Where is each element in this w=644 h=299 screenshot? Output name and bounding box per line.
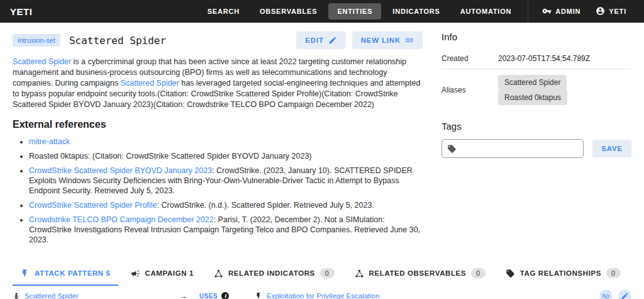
bolt-icon bbox=[20, 269, 30, 278]
reference-link[interactable]: Crowdstrike TELCO BPO Campaign December … bbox=[29, 215, 214, 224]
tab-attack-pattern[interactable]: ATTACK PATTERN 5 bbox=[13, 264, 118, 286]
nav-right: ADMIN YETI bbox=[528, 0, 634, 23]
key-icon bbox=[542, 6, 552, 17]
save-button[interactable]: SAVE bbox=[592, 140, 631, 157]
created-row: Created 2023-07-05T17:54:54.789Z bbox=[441, 48, 631, 69]
created-value: 2023-07-05T17:54:54.789Z bbox=[498, 48, 631, 69]
tab-related-indicators[interactable]: RELATED INDICATORS 0 bbox=[206, 263, 342, 286]
tag-input-container bbox=[441, 139, 584, 158]
entity-link[interactable]: Scattered Spider bbox=[121, 79, 179, 87]
tab-label: RELATED INDICATORS bbox=[228, 269, 315, 277]
target-entity-link[interactable]: Exploitation for Privilege Escalation bbox=[267, 292, 380, 299]
user-label: YETI bbox=[609, 8, 626, 15]
unlink-button[interactable] bbox=[599, 290, 613, 299]
entity-link[interactable]: Scattered Spider bbox=[13, 57, 71, 66]
nav-items: SEARCH OBSERVABLES ENTITIES INDICATORS A… bbox=[197, 0, 522, 23]
admin-label: ADMIN bbox=[555, 8, 580, 15]
nav-item-observables[interactable]: OBSERVABLES bbox=[251, 3, 326, 20]
new-link-button-label: NEW LINK bbox=[361, 37, 401, 44]
graph-icon bbox=[355, 269, 364, 278]
tab-label: CAMPAIGN 1 bbox=[145, 269, 194, 277]
pencil-icon bbox=[621, 292, 629, 299]
external-references-heading: External references bbox=[13, 119, 423, 130]
external-references-list: mitre-attack Roasted 0ktapus: (Citation:… bbox=[13, 137, 423, 245]
bolt-icon bbox=[255, 292, 262, 299]
table-row: Scattered Spider → USES i Exploitation f… bbox=[0, 290, 644, 299]
reference-link[interactable]: mitre-attack bbox=[29, 137, 70, 146]
alias-chip: Scattered Spider bbox=[498, 75, 567, 90]
reference-item: Crowdstrike TELCO BPO Campaign December … bbox=[29, 215, 423, 245]
created-label: Created bbox=[441, 48, 498, 69]
aliases-row: Aliases Scattered Spider Roasted 0ktapus bbox=[441, 69, 631, 111]
app-logo: YETI bbox=[10, 6, 32, 17]
nav-item-automation[interactable]: AUTOMATION bbox=[452, 3, 521, 20]
reference-text: : CrowdStrike. (n.d.). Scattered Spider.… bbox=[157, 201, 374, 210]
tab-label: TAG RELATIONSHIPS bbox=[520, 269, 601, 277]
tab-label: ATTACK PATTERN 5 bbox=[35, 269, 111, 277]
graph-icon bbox=[214, 269, 223, 278]
source-entity-link[interactable]: Scattered Spider bbox=[25, 292, 79, 299]
reference-item: mitre-attack bbox=[29, 137, 423, 147]
reference-item: Roasted 0ktapus: (Citation: CrowdStrike … bbox=[29, 151, 423, 161]
entity-main: intrusion-set Scattered Spider EDIT NEW … bbox=[13, 31, 423, 249]
intrusion-set-icon bbox=[13, 292, 20, 299]
tab-count-badge: 0 bbox=[320, 268, 335, 278]
info-heading: Info bbox=[441, 31, 631, 42]
top-nav: YETI SEARCH OBSERVABLES ENTITIES INDICAT… bbox=[0, 0, 644, 23]
entity-header: intrusion-set Scattered Spider EDIT NEW … bbox=[13, 31, 423, 49]
relation-type-link[interactable]: USES bbox=[199, 293, 218, 299]
megaphone-icon bbox=[131, 269, 140, 278]
aliases-label: Aliases bbox=[441, 69, 498, 111]
reference-text: Roasted 0ktapus: (Citation: CrowdStrike … bbox=[29, 152, 312, 161]
new-link-button[interactable]: NEW LINK bbox=[352, 31, 423, 49]
info-table: Created 2023-07-05T17:54:54.789Z Aliases… bbox=[441, 48, 631, 111]
admin-menu[interactable]: ADMIN bbox=[535, 2, 588, 21]
nav-item-search[interactable]: SEARCH bbox=[199, 3, 248, 20]
nav-item-indicators[interactable]: INDICATORS bbox=[384, 3, 448, 20]
reference-item: CrowdStrike Scattered Spider Profile: Cr… bbox=[29, 200, 423, 210]
tab-campaign[interactable]: CAMPAIGN 1 bbox=[123, 264, 201, 286]
info-panel: Info Created 2023-07-05T17:54:54.789Z Al… bbox=[441, 31, 631, 249]
alias-chip: Roasted 0ktapus bbox=[498, 90, 567, 105]
tab-count-badge: 0 bbox=[471, 268, 486, 278]
tab-tag-relationships[interactable]: TAG RELATIONSHIPS 0 bbox=[498, 263, 628, 286]
reference-link[interactable]: CrowdStrike Scattered Spider BYOVD Janua… bbox=[29, 166, 212, 175]
tab-label: RELATED OBSERVABLES bbox=[369, 269, 467, 277]
reference-item: CrowdStrike Scattered Spider BYOVD Janua… bbox=[29, 166, 423, 196]
tag-icon bbox=[506, 269, 515, 278]
page-title: Scattered Spider bbox=[69, 35, 166, 47]
entity-description: Scattered Spider is a cybercriminal grou… bbox=[13, 57, 423, 110]
info-icon[interactable]: i bbox=[221, 292, 229, 299]
edit-button[interactable]: EDIT bbox=[296, 31, 345, 49]
user-menu[interactable]: YETI bbox=[588, 2, 634, 21]
edit-button-label: EDIT bbox=[305, 37, 323, 44]
tab-count-badge: 0 bbox=[606, 268, 621, 278]
tag-icon bbox=[447, 144, 457, 154]
entity-type-badge: intrusion-set bbox=[13, 34, 60, 47]
link-icon bbox=[405, 36, 414, 45]
reference-link[interactable]: CrowdStrike Scattered Spider Profile bbox=[29, 201, 157, 210]
tags-heading: Tags bbox=[441, 121, 631, 132]
link-off-icon bbox=[602, 292, 610, 299]
arrow-right-icon: → bbox=[179, 291, 199, 299]
account-circle-icon bbox=[596, 6, 605, 17]
relationships-table: Scattered Spider → USES i Exploitation f… bbox=[0, 290, 644, 299]
pencil-icon bbox=[328, 36, 337, 45]
edit-relationship-button[interactable] bbox=[618, 290, 631, 299]
tags-input[interactable] bbox=[460, 144, 578, 153]
relationship-tabs: ATTACK PATTERN 5 CAMPAIGN 1 RELATED INDI… bbox=[0, 263, 644, 286]
nav-item-entities[interactable]: ENTITIES bbox=[328, 3, 381, 20]
tab-related-observables[interactable]: RELATED OBSERVABLES 0 bbox=[347, 263, 493, 286]
